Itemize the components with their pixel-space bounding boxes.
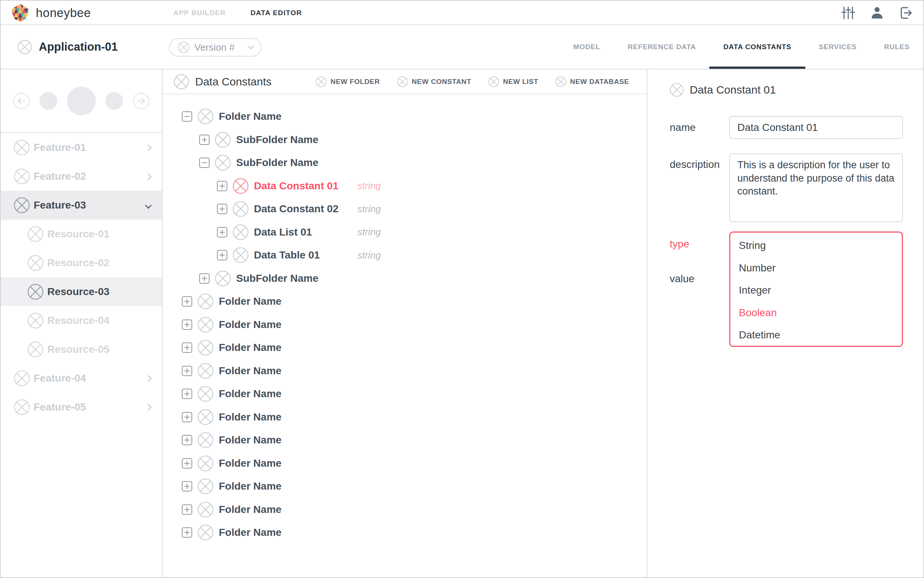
tree-row[interactable]: Folder Name [163,475,647,498]
sidebar-item-label: Resource-02 [47,257,109,269]
description-input[interactable]: This is a description for the user to un… [729,153,903,222]
sidebar-item[interactable]: Resource-05 [1,335,162,364]
tree-toggle-icon[interactable] [182,296,192,307]
section-tab[interactable]: RULES [884,25,909,69]
data-constants-panel: Data Constants NEW FOLDER [163,70,647,577]
chevron-icon [145,202,152,209]
circle-x-icon [488,76,499,87]
tree-toggle-icon[interactable] [199,157,210,168]
type-option[interactable]: String [730,234,902,257]
chevron-icon [145,404,152,411]
sidebar-item[interactable]: Resource-02 [1,248,162,278]
tree-toggle-icon[interactable] [217,204,227,214]
tree-toggle-icon[interactable] [182,435,192,445]
tree-toggle-icon[interactable] [182,389,192,399]
tree-row-label: Folder Name [219,504,282,516]
arrow-right-icon[interactable] [133,93,150,109]
tree-toggle-icon[interactable] [217,227,227,237]
new-item-button[interactable]: NEW CONSTANT [397,76,471,87]
circle-x-icon [197,363,214,379]
tree-row-label: Folder Name [219,342,282,354]
sidebar-item[interactable]: Feature-02 [1,162,162,191]
tree-toggle-icon[interactable] [199,135,210,145]
tree-toggle-icon[interactable] [182,458,192,469]
name-input[interactable] [729,116,903,139]
section-tab[interactable]: MODEL [573,25,600,69]
tree-row[interactable]: Folder Name [163,406,647,429]
type-option[interactable]: Boolean [730,302,902,324]
new-item-button[interactable]: NEW DATABASE [555,76,629,87]
tree-toggle-icon[interactable] [199,273,210,284]
tree-toggle-icon[interactable] [182,481,192,492]
detail-title: Data Constant 01 [690,84,776,96]
circle-x-icon [197,502,214,518]
circle-x-icon [197,524,214,541]
tree-row[interactable]: Folder Name [163,452,647,475]
version-selector[interactable]: Version # [169,38,262,57]
circle-x-icon [316,76,327,87]
tree-row[interactable]: Data Constant 02 string [163,198,647,221]
arrow-left-icon[interactable] [13,93,30,109]
sign-out-icon[interactable] [899,6,913,20]
circle-x-icon [397,76,408,87]
data-constants-icon [174,74,189,89]
type-option[interactable]: Datetime [730,324,902,346]
sidebar-item[interactable]: Feature-01 [1,133,162,162]
tree-toggle-icon[interactable] [182,504,192,515]
tree-row[interactable]: Folder Name [163,382,647,406]
tree-row-label: Folder Name [219,110,282,122]
type-option[interactable]: Integer [730,279,902,302]
circle-x-icon [215,270,231,287]
tree-row[interactable]: SubFolder Name [163,151,647,175]
circle-x-icon [197,317,214,333]
chevron-down-icon [248,43,254,49]
tree-toggle-icon[interactable] [217,181,227,191]
tree-row[interactable]: Folder Name [163,498,647,521]
section-tab[interactable]: REFERENCE DATA [628,25,696,69]
sidebar-item[interactable]: Feature-04 [1,364,162,393]
sliders-icon[interactable] [841,6,855,20]
user-icon[interactable] [870,6,884,20]
tree-toggle-icon[interactable] [182,527,192,538]
sidebar-item[interactable]: Resource-03 [1,278,162,306]
tree-toggle-icon[interactable] [182,320,192,330]
tree-row[interactable]: Folder Name [163,105,647,128]
button-label: NEW DATABASE [570,78,629,86]
sidebar-item[interactable]: Resource-04 [1,306,162,335]
tree-toggle-icon[interactable] [217,250,227,260]
topbar-icons [841,1,913,25]
topbar-tab[interactable]: DATA EDITOR [251,9,302,17]
tree-row[interactable]: Folder Name [163,290,647,313]
tree-row[interactable]: SubFolder Name [163,128,647,152]
detail-panel: Data Constant 01 name description This i… [647,70,923,577]
tree-toggle-icon[interactable] [182,111,192,122]
version-label: Version # [194,42,234,53]
new-item-button[interactable]: NEW FOLDER [316,76,380,87]
tree-row[interactable]: Folder Name [163,429,647,452]
sidebar-item[interactable]: Resource-01 [1,220,162,248]
tree-toggle-icon[interactable] [182,343,192,353]
step-dot[interactable] [40,92,57,110]
new-item-button[interactable]: NEW LIST [488,76,539,87]
step-dot[interactable] [105,92,123,110]
tree-toggle-icon[interactable] [182,412,192,422]
tree-row[interactable]: Folder Name [163,313,647,336]
tree-toggle-icon[interactable] [182,366,192,376]
step-dot-current[interactable] [67,86,96,115]
tree-row[interactable]: Folder Name [163,359,647,383]
sidebar-item-label: Resource-04 [47,315,109,326]
section-tab[interactable]: SERVICES [819,25,857,69]
tree-row[interactable]: Data Table 01 string [163,244,647,267]
honeybee-logo-icon [12,4,29,22]
sidebar-item[interactable]: Feature-05 [1,393,162,422]
tree-row[interactable]: Data List 01 string [163,221,647,244]
tree-row[interactable]: SubFolder Name [163,267,647,290]
sidebar-item[interactable]: Feature-03 [1,191,162,220]
chevron-icon [145,375,152,382]
tree-row[interactable]: Folder Name [163,336,647,359]
tree-row[interactable]: Folder Name [163,521,647,544]
section-tab[interactable]: DATA CONSTANTS [723,25,791,69]
topbar-tab[interactable]: APP BUILDER [173,9,226,17]
type-option[interactable]: Number [730,257,902,279]
tree-row[interactable]: Data Constant 01 string [163,175,647,198]
